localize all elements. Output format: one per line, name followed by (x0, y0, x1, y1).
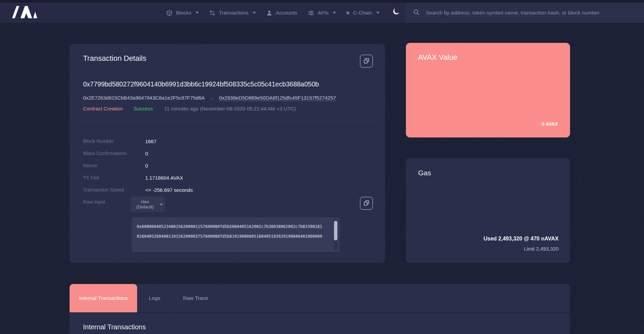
raw-input-format-value: Hex (Default) (133, 199, 157, 209)
avalanche-logo-icon (11, 14, 37, 19)
swap-arrows-icon (209, 10, 215, 16)
field-row-transaction-speed: Transaction Speed <= -256.697 seconds (83, 184, 319, 196)
field-row-block-confirmations: Block Confirmations 0 (83, 147, 319, 159)
field-value: 1.1718604 AVAX (145, 175, 183, 181)
raw-input-label: Raw Input (83, 199, 105, 205)
transaction-details-card: Transaction Details 0x7799bd580272f96041… (70, 44, 385, 263)
avax-value-title: AVAX Value (418, 53, 457, 62)
tab-logs[interactable]: Logs (137, 284, 172, 312)
copy-raw-input-button[interactable] (360, 197, 373, 210)
from-address: 0x2E7263d815CbB43a9647843C8a1e2F5c87F75d… (83, 95, 204, 101)
hex-line: 0160405260408110156200003757600080fd5b81… (137, 232, 326, 241)
raw-input-hex-data[interactable]: 0x60806040523480156200001157600080fd5b50… (132, 217, 340, 252)
page-title: Transaction Details (83, 54, 146, 63)
nav-label-blocks: Blocks (176, 10, 191, 16)
nav-label-apis: APIs (318, 10, 329, 16)
hex-line: 0x60806040523480156200001157600080fd5b50… (137, 222, 326, 232)
transaction-hash: 0x7799bd580272f9604140b6991d3bb6c19924bf… (83, 80, 319, 88)
avax-value-card: AVAX Value 0 AVAX (406, 43, 570, 137)
field-row-block-number: Block Number 1667 (83, 135, 319, 147)
nav-item-blocks[interactable]: Blocks (166, 10, 199, 16)
tab-bar: Internal Transactions Logs Raw Trace (70, 284, 570, 312)
field-row-nonce: Nonce 0 (83, 159, 319, 172)
gas-used-value: Used 2,493,320 @ 470 nAVAX (484, 236, 559, 242)
field-label: TX Fee (83, 175, 145, 180)
field-value: <= -256.697 seconds (145, 187, 193, 193)
gas-limit-value: Limit 2,493,320 (524, 246, 559, 252)
copy-icon (363, 57, 370, 65)
nav-item-apis[interactable]: APIs (308, 10, 336, 16)
field-row-tx-fee: TX Fee 1.1718604 AVAX (83, 172, 319, 184)
detail-fields: Block Number 1667 Block Confirmations 0 … (83, 135, 319, 196)
field-label: Block Confirmations (83, 151, 145, 156)
top-edge-strip (0, 0, 644, 3)
search-bar (405, 3, 644, 23)
avax-value-amount: 0 AVAX (542, 121, 558, 127)
divider (83, 122, 373, 122)
chevron-down-icon (253, 12, 256, 14)
gas-title: Gas (418, 169, 431, 177)
copy-transaction-button[interactable] (360, 55, 373, 68)
chevron-down-icon (333, 12, 336, 14)
search-icon (413, 8, 420, 17)
avalanche-logo[interactable] (11, 5, 37, 20)
nav-item-chain-select[interactable]: C-Chain (346, 10, 380, 16)
from-to-row: 0x2E7263d815CbB43a9647843C8a1e2F5c87F75d… (83, 95, 336, 101)
status-badge: Success (134, 106, 153, 111)
nav-label-c-chain: C-Chain (353, 10, 372, 16)
cube-icon (166, 10, 173, 16)
chevron-down-icon (376, 12, 380, 14)
gas-card: Gas Used 2,493,320 @ 470 nAVAX Limit 2,4… (406, 158, 570, 263)
status-row: Contract Creation Success 11 minutes ago… (83, 106, 296, 111)
field-label: Block Number (83, 138, 145, 144)
dot-icon (346, 11, 350, 15)
main-nav: Blocks Transactions (166, 3, 380, 23)
moon-icon (392, 12, 401, 17)
chevron-down-icon (160, 202, 163, 207)
arrow-right-icon: → (209, 95, 214, 101)
dark-mode-toggle[interactable] (391, 7, 401, 17)
nav-item-transactions[interactable]: Transactions (209, 10, 256, 16)
page: Blocks Transactions (0, 0, 644, 334)
tab-raw-trace[interactable]: Raw Trace (172, 284, 219, 312)
field-value: 0 (145, 163, 148, 169)
field-value: 0 (145, 151, 148, 156)
field-label: Nonce (83, 163, 145, 168)
search-input[interactable] (425, 9, 629, 16)
nav-label-transactions: Transactions (219, 10, 249, 16)
navbar: Blocks Transactions (0, 0, 644, 23)
field-label: Transaction Speed (83, 187, 145, 192)
nav-item-accounts[interactable]: Accounts (266, 10, 298, 16)
to-address-link[interactable]: 0x2938eD5D869e50DA6f125dfc45F13157f52742… (219, 95, 336, 101)
raw-input-format-dropdown[interactable]: Hex (Default) (131, 197, 165, 212)
internal-transactions-panel: Internal Transactions (70, 313, 570, 334)
field-value: 1667 (145, 138, 156, 144)
copy-icon (363, 200, 370, 207)
tab-internal-transactions[interactable]: Internal Transactions (70, 284, 137, 312)
chevron-down-icon (196, 12, 199, 14)
timestamp: 11 minutes ago (November-08-2020 05:21:4… (164, 106, 296, 111)
person-icon (266, 10, 273, 16)
scrollbar-thumb[interactable] (334, 221, 337, 240)
transaction-type-badge: Contract Creation (83, 106, 123, 111)
nav-label-accounts: Accounts (276, 10, 298, 16)
panel-heading: Internal Transactions (83, 323, 146, 331)
sliders-icon (308, 10, 314, 16)
